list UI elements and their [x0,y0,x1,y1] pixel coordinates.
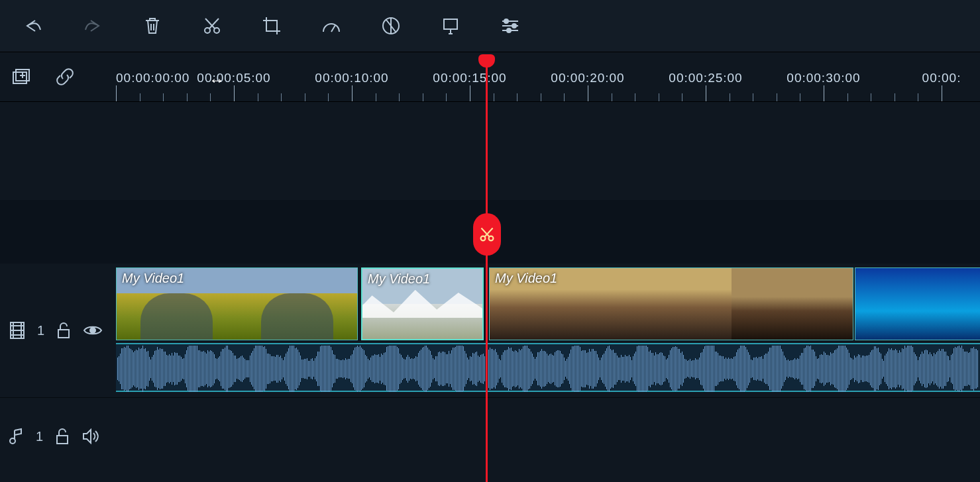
audio-waveform[interactable] [116,343,980,392]
color-icon[interactable] [378,13,404,39]
speed-icon[interactable] [318,13,345,39]
minor-tick [847,93,848,101]
clip-name: My Video1 [368,271,430,287]
clip-thumbnail [237,268,358,340]
cut-icon[interactable] [199,13,225,39]
svg-point-14 [481,236,486,241]
minor-tick [800,93,800,101]
add-media-icon[interactable] [8,64,34,90]
minor-tick [163,93,164,101]
timecode-label: 00:00:15:00 [433,71,506,85]
adjust-icon[interactable] [497,13,523,39]
minor-tick [895,93,895,101]
svg-point-15 [489,236,494,241]
timecode-label: 00:00:25:00 [669,71,742,85]
minor-tick [541,93,541,101]
minor-tick [564,93,565,101]
svg-point-4 [504,19,508,23]
music-note-icon [9,428,24,445]
unlock-icon[interactable] [55,428,70,445]
svg-point-1 [214,28,219,33]
video-clip[interactable]: My Video1 [361,267,484,340]
audio-track-body[interactable] [116,407,980,466]
export-icon[interactable] [437,13,464,39]
svg-point-5 [512,24,516,28]
zoom-handle-icon[interactable]: ↔ [209,71,225,89]
minor-tick [187,93,188,101]
delete-icon[interactable] [139,13,166,39]
timecode-label: 00:00: [922,71,961,85]
major-tick [588,85,588,101]
svg-rect-3 [444,19,457,29]
speaker-icon[interactable] [82,428,99,444]
video-clip[interactable] [855,267,980,340]
svg-point-6 [507,28,511,32]
minor-tick [730,93,730,101]
minor-tick [777,93,777,101]
svg-rect-10 [58,330,69,338]
timecode-label: 00:00:30:00 [787,71,860,85]
timecode-label: 00:00:10:00 [315,71,388,85]
minor-tick [423,93,423,101]
major-tick [942,85,942,101]
link-icon[interactable] [52,64,78,90]
video-clip[interactable]: My Video1 [489,267,853,340]
clip-thumbnail [611,268,732,340]
playhead[interactable] [486,56,488,482]
timecode-label: 00:00:00:00 [116,71,190,85]
timeline-ruler[interactable]: 00:00:00:0000:00:05:0000:00:10:0000:00:1… [116,52,980,101]
major-tick [470,85,470,101]
minor-tick [140,93,140,101]
minor-tick [376,93,376,101]
timeline-area: 1 My Video1My Video1My Video1 1 [0,102,980,482]
toolbar [0,0,980,52]
minor-tick [871,93,871,101]
eye-icon[interactable] [83,324,103,337]
video-track-header: 1 [0,267,116,393]
minor-tick [918,93,918,101]
minor-tick [281,93,282,101]
minor-tick [517,93,517,101]
svg-point-11 [90,328,95,333]
minor-tick [305,93,305,101]
clip-thumbnail [855,268,980,340]
unlock-icon[interactable] [56,322,71,339]
minor-tick [446,93,447,101]
minor-tick [210,93,211,101]
clip-thumbnail [732,268,853,340]
minor-tick [612,93,612,101]
audio-track: 1 [0,407,980,466]
video-track-number: 1 [37,323,44,338]
minor-tick [258,93,258,101]
svg-point-12 [10,438,15,444]
minor-tick [328,93,329,101]
filmstrip-icon [9,321,25,340]
minor-tick [399,93,400,101]
crop-icon[interactable] [258,13,285,39]
video-track-body[interactable]: My Video1My Video1My Video1 [116,267,980,393]
minor-tick [494,93,494,101]
clip-name: My Video1 [122,271,184,286]
video-clip[interactable]: My Video1 [116,267,358,340]
timecode-label: 00:00:20:00 [551,71,624,85]
video-track: 1 My Video1My Video1My Video1 [0,267,980,393]
audio-track-header: 1 [0,407,116,466]
audio-track-number: 1 [36,429,43,444]
ruler-side [0,52,116,101]
undo-icon[interactable] [20,13,46,39]
split-button[interactable] [473,213,501,256]
major-tick [824,85,824,101]
major-tick [352,85,353,101]
major-tick [234,85,235,101]
minor-tick [659,93,659,101]
minor-tick [635,93,635,101]
minor-tick [753,93,753,101]
major-tick [706,85,706,101]
redo-icon[interactable] [80,13,106,39]
clip-name: My Video1 [495,271,557,286]
svg-point-0 [205,28,210,33]
major-tick [116,85,117,101]
svg-rect-13 [57,436,68,444]
track-divider [0,397,980,398]
minor-tick [682,93,682,101]
